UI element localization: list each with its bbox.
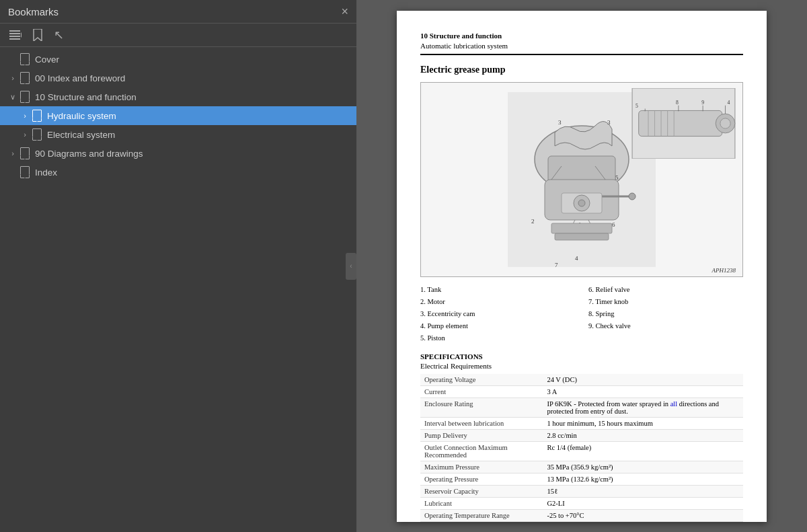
bookmark-list: Cover › 00 Index and foreword ∨ 10 Struc… [0, 47, 356, 532]
svg-rect-0 [9, 30, 20, 32]
svg-point-10 [629, 193, 636, 200]
list-view-button[interactable] [7, 28, 24, 42]
sidebar-item-electrical[interactable]: › Electrical system [0, 125, 356, 144]
spec-value-outlet: Rc 1/4 (female) [543, 441, 743, 461]
svg-text:9: 9 [701, 100, 704, 106]
sidebar-item-cover[interactable]: Cover [0, 50, 356, 69]
bookmark-view-button[interactable] [30, 28, 46, 42]
spec-row-interval: Interval between lubrication 1 hour mini… [420, 417, 743, 429]
svg-point-25 [578, 200, 585, 206]
sidebar-item-00-index[interactable]: › 00 Index and foreword [0, 69, 356, 87]
bookmark-label-electrical: Electrical system [47, 130, 115, 140]
sidebar-item-hydraulic[interactable]: › Hydraulic system [0, 106, 356, 125]
parts-col-right: 6. Relief valve 7. Timer knob 8. Spring … [588, 284, 743, 344]
specs-section: SPECIFICATIONS Electrical Requirements O… [420, 352, 743, 522]
spec-row-enclosure: Enclosure Rating IP 6K9K - Protected fro… [420, 397, 743, 417]
svg-rect-29 [639, 111, 722, 137]
spec-label-capacity: Reservoir Capacity [420, 485, 543, 497]
sidebar-header: Bookmarks × [0, 0, 356, 23]
parts-list: 1. Tank 2. Motor 3. Eccentricity cam 4. … [420, 284, 743, 344]
svg-rect-27 [555, 233, 609, 240]
bookmark-icon-00-index [19, 72, 31, 84]
diagram-caption: APH1238 [712, 267, 736, 274]
resizer-handle[interactable]: ‹ [346, 253, 356, 280]
expander-cover [7, 55, 19, 63]
bookmark-label-hydraulic: Hydraulic system [47, 111, 116, 121]
sidebar-item-10-structure[interactable]: ∨ 10 Structure and function [0, 87, 356, 106]
spec-value-voltage: 24 V (DC) [543, 374, 743, 386]
sidebar-item-index[interactable]: Index [0, 163, 356, 182]
svg-rect-1 [9, 33, 20, 34]
spec-value-current: 3 A [543, 385, 743, 397]
cursor-icon: ↖ [54, 29, 64, 41]
part-1: 1. Tank [420, 284, 575, 296]
main-content: 10 Structure and function Automatic lubr… [356, 0, 807, 532]
svg-rect-26 [551, 223, 612, 233]
sidebar-resizer[interactable]: ‹ [346, 0, 356, 532]
page-header-subsection: Automatic lubrication system [420, 41, 743, 51]
part-6: 6. Relief valve [588, 284, 743, 296]
spec-label-op-pressure: Operating Pressure [420, 473, 543, 485]
page-header: 10 Structure and function Automatic lubr… [420, 31, 743, 56]
svg-rect-3 [9, 38, 20, 40]
bookmark-label-10-structure: 10 Structure and function [35, 92, 137, 102]
sub-diagram-svg: 5 8 9 4 [631, 88, 736, 159]
bookmark-label-90-diagrams: 90 Diagrams and drawings [35, 149, 143, 159]
bookmark-label-index: Index [35, 167, 57, 178]
highlight-all: all [670, 400, 678, 408]
part-7: 7. Timer knob [588, 296, 743, 308]
spec-row-delivery: Pump Delivery 2.8 cc/min [420, 429, 743, 441]
part-4: 4. Pump element [420, 320, 575, 332]
spec-label-temp: Operating Temperature Range [420, 509, 543, 521]
sidebar-title: Bookmarks [8, 6, 59, 17]
svg-rect-2 [9, 36, 20, 37]
spec-label-enclosure: Enclosure Rating [420, 397, 543, 417]
bookmark-icon-electrical [31, 128, 43, 141]
page-document: 10 Structure and function Automatic lubr… [397, 11, 767, 522]
spec-label-voltage: Operating Voltage [420, 374, 543, 386]
diagram-container: 3 3 2 7 1 5 6 4 [420, 82, 743, 277]
spec-value-capacity: 15ℓ [543, 485, 743, 497]
bookmark-icon-90-diagrams [19, 147, 31, 159]
bookmark-icon-index [19, 166, 31, 178]
page-header-section: 10 Structure and function [420, 31, 743, 41]
spec-row-lubricant: Lubricant G2-LI [420, 497, 743, 509]
expander-00-index: › [7, 74, 19, 82]
spec-value-max-pressure: 35 MPa (356.9 kg/cm²) [543, 461, 743, 473]
expander-90-diagrams: › [7, 149, 19, 157]
sidebar: Bookmarks × ↖ Cover [0, 0, 356, 532]
part-2: 2. Motor [420, 296, 575, 308]
spec-row-max-pressure: Maximum Pressure 35 MPa (356.9 kg/cm²) [420, 461, 743, 473]
svg-text:6: 6 [612, 221, 615, 228]
specs-table: Operating Voltage 24 V (DC) Current 3 A … [420, 374, 743, 522]
svg-text:4: 4 [575, 255, 578, 262]
part-3: 3. Eccentricity cam [420, 308, 575, 320]
bookmark-icon-hydraulic [31, 110, 43, 122]
part-9: 9. Check valve [588, 320, 743, 332]
svg-marker-4 [21, 32, 22, 38]
spec-label-max-pressure: Maximum Pressure [420, 461, 543, 473]
spec-value-lubricant: G2-LI [543, 497, 743, 509]
spec-value-enclosure: IP 6K9K - Protected from water sprayed i… [543, 397, 743, 417]
expander-hydraulic: › [19, 112, 31, 120]
spec-value-interval: 1 hour minimum, 15 hours maximum [543, 417, 743, 429]
parts-col-left: 1. Tank 2. Motor 3. Eccentricity cam 4. … [420, 284, 575, 344]
svg-text:3: 3 [558, 119, 562, 126]
svg-text:4: 4 [727, 100, 730, 106]
spec-label-lubricant: Lubricant [420, 497, 543, 509]
spec-value-op-pressure: 13 MPa (132.6 kg/cm²) [543, 473, 743, 485]
bookmark-icon [32, 29, 43, 41]
svg-text:5: 5 [636, 103, 638, 109]
spec-row-outlet: Outlet Connection Maximum Recommended Rc… [420, 441, 743, 461]
spec-row-current: Current 3 A [420, 385, 743, 397]
section-title: Electric grease pump [420, 65, 743, 75]
spec-label-delivery: Pump Delivery [420, 429, 543, 441]
sidebar-item-90-diagrams[interactable]: › 90 Diagrams and drawings [0, 144, 356, 163]
expander-index [7, 168, 19, 176]
sidebar-toolbar: ↖ [0, 23, 356, 47]
svg-text:2: 2 [531, 218, 535, 225]
spec-row-op-pressure: Operating Pressure 13 MPa (132.6 kg/cm²) [420, 473, 743, 485]
svg-text:3: 3 [607, 119, 611, 126]
expander-10-structure: ∨ [7, 93, 19, 102]
spec-label-current: Current [420, 385, 543, 397]
